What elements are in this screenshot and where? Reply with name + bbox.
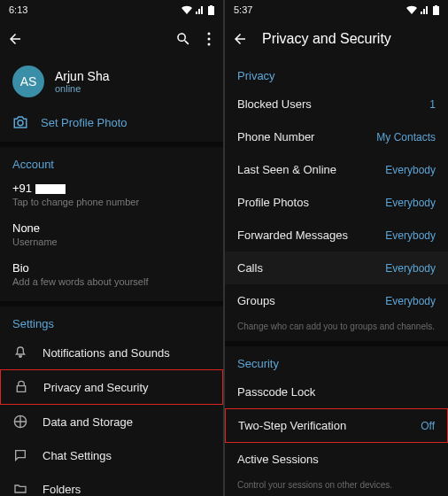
item-value: Everybody xyxy=(385,262,436,275)
lock-icon xyxy=(13,380,29,394)
status-time: 5:37 xyxy=(234,4,252,15)
item-label: Two-Step Verification xyxy=(238,419,346,432)
item-value: Off xyxy=(421,420,435,432)
chat-icon xyxy=(12,448,28,462)
signal-icon xyxy=(196,5,205,14)
signal-icon xyxy=(421,5,429,14)
settings-privacy[interactable]: Privacy and Security xyxy=(0,369,223,405)
security-hint: Control your sessions on other devices. xyxy=(225,476,448,496)
profile-row[interactable]: AS Arjun Sha online xyxy=(0,58,223,106)
svg-rect-0 xyxy=(208,6,214,15)
camera-icon xyxy=(12,115,28,129)
bio-value: Bio xyxy=(12,261,211,275)
page-title: Privacy and Security xyxy=(262,31,391,47)
status-icons xyxy=(406,5,439,15)
active-sessions[interactable]: Active Sessions xyxy=(225,443,448,476)
svg-rect-8 xyxy=(435,5,437,6)
item-value: 1 xyxy=(429,98,436,111)
privacy-header: Privacy xyxy=(225,58,448,88)
settings-folders[interactable]: Folders xyxy=(0,472,223,496)
settings-data[interactable]: Data and Storage xyxy=(0,405,223,438)
account-header: Account xyxy=(0,147,223,176)
battery-icon xyxy=(433,5,439,15)
two-step-verification[interactable]: Two-Step Verification Off xyxy=(225,408,448,443)
calls-privacy[interactable]: Calls Everybody xyxy=(225,252,448,284)
svg-point-2 xyxy=(208,33,211,35)
app-bar xyxy=(0,19,223,58)
search-icon[interactable] xyxy=(175,31,191,47)
profile-photos-privacy[interactable]: Profile Photos Everybody xyxy=(225,186,448,219)
privacy-hint: Change who can add you to groups and cha… xyxy=(225,317,448,341)
data-icon xyxy=(12,415,28,429)
username-label: Username xyxy=(12,236,211,247)
svg-point-3 xyxy=(208,38,211,41)
phone-hint: Tap to change phone number xyxy=(12,197,211,207)
folder-icon xyxy=(12,482,28,496)
item-label: Calls xyxy=(237,261,263,275)
item-label: Phone Number xyxy=(237,130,314,143)
item-label: Passcode Lock xyxy=(237,385,315,399)
forwarded-messages[interactable]: Forwarded Messages Everybody xyxy=(225,219,448,252)
item-value: Everybody xyxy=(385,229,436,242)
wifi-icon xyxy=(406,5,417,14)
status-bar: 5:37 xyxy=(225,0,448,19)
set-profile-photo[interactable]: Set Profile Photo xyxy=(0,106,223,147)
settings-chat[interactable]: Chat Settings xyxy=(0,438,223,472)
settings-notifications[interactable]: Notifications and Sounds xyxy=(0,336,223,369)
bio-item[interactable]: Bio Add a few words about yourself xyxy=(0,256,223,296)
svg-point-5 xyxy=(18,120,23,126)
more-icon[interactable] xyxy=(207,32,211,46)
passcode-lock[interactable]: Passcode Lock xyxy=(225,376,448,408)
phone-number-item[interactable]: +91 . Tap to change phone number xyxy=(0,176,223,216)
item-label: Active Sessions xyxy=(237,453,319,466)
username-item[interactable]: None Username xyxy=(0,216,223,256)
svg-point-4 xyxy=(208,43,211,46)
item-value: My Contacts xyxy=(376,131,436,143)
phone-redacted: . xyxy=(35,184,66,194)
profile-status: online xyxy=(55,83,109,94)
item-label: Forwarded Messages xyxy=(237,229,348,242)
bell-icon xyxy=(12,345,28,360)
set-photo-label: Set Profile Photo xyxy=(41,116,127,129)
svg-rect-7 xyxy=(433,6,439,15)
back-icon[interactable] xyxy=(232,31,248,47)
item-label: Blocked Users xyxy=(237,97,312,111)
svg-rect-1 xyxy=(210,5,212,6)
profile-name: Arjun Sha xyxy=(55,69,109,83)
settings-item-label: Folders xyxy=(42,483,81,496)
item-value: Everybody xyxy=(385,197,436,209)
username-value: None xyxy=(12,221,211,235)
status-icons xyxy=(182,5,214,15)
groups-privacy[interactable]: Groups Everybody xyxy=(225,284,448,317)
settings-item-label: Notifications and Sounds xyxy=(42,346,170,360)
bio-label: Add a few words about yourself xyxy=(12,276,211,287)
app-bar: Privacy and Security xyxy=(225,19,448,58)
security-header: Security xyxy=(225,346,448,376)
item-label: Last Seen & Online xyxy=(237,163,336,176)
last-seen[interactable]: Last Seen & Online Everybody xyxy=(225,153,448,186)
wifi-icon xyxy=(182,5,192,14)
settings-item-label: Privacy and Security xyxy=(43,381,149,394)
item-value: Everybody xyxy=(385,164,436,176)
item-value: Everybody xyxy=(385,295,436,307)
battery-icon xyxy=(208,5,214,15)
status-bar: 6:13 xyxy=(0,0,223,19)
item-label: Profile Photos xyxy=(237,196,309,209)
blocked-users[interactable]: Blocked Users 1 xyxy=(225,88,448,120)
avatar: AS xyxy=(12,66,44,97)
settings-item-label: Data and Storage xyxy=(42,415,133,429)
item-label: Groups xyxy=(237,294,275,307)
settings-screen: 6:13 AS Arjun Sha xyxy=(0,0,223,496)
status-time: 6:13 xyxy=(9,4,27,15)
privacy-screen: 5:37 Privacy and Security Privacy Blocke… xyxy=(225,0,448,496)
settings-item-label: Chat Settings xyxy=(42,449,112,462)
phone-number-privacy[interactable]: Phone Number My Contacts xyxy=(225,120,448,153)
phone-prefix: +91 xyxy=(12,182,32,195)
back-icon[interactable] xyxy=(7,31,23,47)
settings-header: Settings xyxy=(0,306,223,336)
